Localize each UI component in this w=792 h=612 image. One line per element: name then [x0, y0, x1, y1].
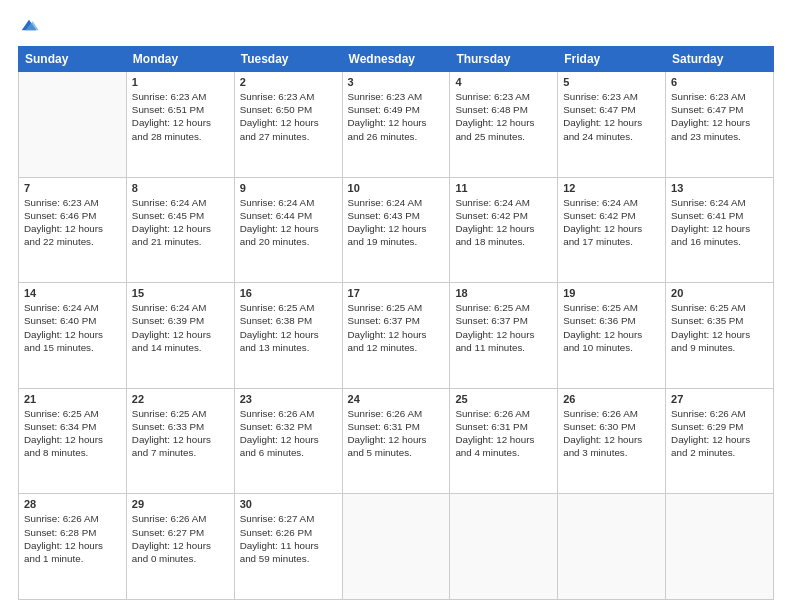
day-number: 26: [563, 393, 660, 405]
calendar-cell: 11Sunrise: 6:24 AMSunset: 6:42 PMDayligh…: [450, 177, 558, 283]
calendar-cell: 12Sunrise: 6:24 AMSunset: 6:42 PMDayligh…: [558, 177, 666, 283]
day-number: 21: [24, 393, 121, 405]
day-info: Sunrise: 6:23 AMSunset: 6:49 PMDaylight:…: [348, 90, 445, 143]
calendar-cell: 16Sunrise: 6:25 AMSunset: 6:38 PMDayligh…: [234, 283, 342, 389]
day-number: 23: [240, 393, 337, 405]
calendar-cell: [666, 494, 774, 600]
day-number: 1: [132, 76, 229, 88]
calendar-cell: 7Sunrise: 6:23 AMSunset: 6:46 PMDaylight…: [19, 177, 127, 283]
day-info: Sunrise: 6:25 AMSunset: 6:35 PMDaylight:…: [671, 301, 768, 354]
calendar-cell: 5Sunrise: 6:23 AMSunset: 6:47 PMDaylight…: [558, 72, 666, 178]
calendar-cell: 23Sunrise: 6:26 AMSunset: 6:32 PMDayligh…: [234, 388, 342, 494]
calendar-cell: 19Sunrise: 6:25 AMSunset: 6:36 PMDayligh…: [558, 283, 666, 389]
day-info: Sunrise: 6:24 AMSunset: 6:42 PMDaylight:…: [563, 196, 660, 249]
day-number: 29: [132, 498, 229, 510]
day-info: Sunrise: 6:23 AMSunset: 6:47 PMDaylight:…: [563, 90, 660, 143]
weekday-header-thursday: Thursday: [450, 47, 558, 72]
calendar-cell: 28Sunrise: 6:26 AMSunset: 6:28 PMDayligh…: [19, 494, 127, 600]
day-info: Sunrise: 6:24 AMSunset: 6:39 PMDaylight:…: [132, 301, 229, 354]
day-info: Sunrise: 6:26 AMSunset: 6:27 PMDaylight:…: [132, 512, 229, 565]
day-info: Sunrise: 6:26 AMSunset: 6:31 PMDaylight:…: [455, 407, 552, 460]
weekday-header-wednesday: Wednesday: [342, 47, 450, 72]
day-number: 13: [671, 182, 768, 194]
day-info: Sunrise: 6:25 AMSunset: 6:37 PMDaylight:…: [348, 301, 445, 354]
day-number: 17: [348, 287, 445, 299]
calendar-cell: 4Sunrise: 6:23 AMSunset: 6:48 PMDaylight…: [450, 72, 558, 178]
day-info: Sunrise: 6:25 AMSunset: 6:33 PMDaylight:…: [132, 407, 229, 460]
calendar-cell: 15Sunrise: 6:24 AMSunset: 6:39 PMDayligh…: [126, 283, 234, 389]
day-number: 10: [348, 182, 445, 194]
day-info: Sunrise: 6:25 AMSunset: 6:37 PMDaylight:…: [455, 301, 552, 354]
calendar-week-row: 28Sunrise: 6:26 AMSunset: 6:28 PMDayligh…: [19, 494, 774, 600]
calendar-cell: 22Sunrise: 6:25 AMSunset: 6:33 PMDayligh…: [126, 388, 234, 494]
calendar-cell: 30Sunrise: 6:27 AMSunset: 6:26 PMDayligh…: [234, 494, 342, 600]
day-number: 14: [24, 287, 121, 299]
calendar-cell: [19, 72, 127, 178]
day-info: Sunrise: 6:23 AMSunset: 6:46 PMDaylight:…: [24, 196, 121, 249]
day-info: Sunrise: 6:23 AMSunset: 6:48 PMDaylight:…: [455, 90, 552, 143]
calendar-week-row: 14Sunrise: 6:24 AMSunset: 6:40 PMDayligh…: [19, 283, 774, 389]
day-number: 5: [563, 76, 660, 88]
calendar-week-row: 21Sunrise: 6:25 AMSunset: 6:34 PMDayligh…: [19, 388, 774, 494]
day-number: 20: [671, 287, 768, 299]
calendar-cell: [558, 494, 666, 600]
calendar-cell: 13Sunrise: 6:24 AMSunset: 6:41 PMDayligh…: [666, 177, 774, 283]
weekday-header-saturday: Saturday: [666, 47, 774, 72]
calendar-cell: 18Sunrise: 6:25 AMSunset: 6:37 PMDayligh…: [450, 283, 558, 389]
calendar-cell: 20Sunrise: 6:25 AMSunset: 6:35 PMDayligh…: [666, 283, 774, 389]
calendar-cell: 10Sunrise: 6:24 AMSunset: 6:43 PMDayligh…: [342, 177, 450, 283]
weekday-header-tuesday: Tuesday: [234, 47, 342, 72]
day-info: Sunrise: 6:26 AMSunset: 6:30 PMDaylight:…: [563, 407, 660, 460]
day-number: 11: [455, 182, 552, 194]
day-number: 8: [132, 182, 229, 194]
day-info: Sunrise: 6:24 AMSunset: 6:44 PMDaylight:…: [240, 196, 337, 249]
day-info: Sunrise: 6:24 AMSunset: 6:40 PMDaylight:…: [24, 301, 121, 354]
page: SundayMondayTuesdayWednesdayThursdayFrid…: [0, 0, 792, 612]
weekday-header-monday: Monday: [126, 47, 234, 72]
logo-icon: [18, 14, 40, 36]
day-number: 3: [348, 76, 445, 88]
calendar-cell: 26Sunrise: 6:26 AMSunset: 6:30 PMDayligh…: [558, 388, 666, 494]
day-number: 22: [132, 393, 229, 405]
day-info: Sunrise: 6:24 AMSunset: 6:42 PMDaylight:…: [455, 196, 552, 249]
calendar-cell: 21Sunrise: 6:25 AMSunset: 6:34 PMDayligh…: [19, 388, 127, 494]
calendar-cell: 24Sunrise: 6:26 AMSunset: 6:31 PMDayligh…: [342, 388, 450, 494]
calendar-cell: 8Sunrise: 6:24 AMSunset: 6:45 PMDaylight…: [126, 177, 234, 283]
day-number: 4: [455, 76, 552, 88]
calendar-cell: 1Sunrise: 6:23 AMSunset: 6:51 PMDaylight…: [126, 72, 234, 178]
calendar-cell: 17Sunrise: 6:25 AMSunset: 6:37 PMDayligh…: [342, 283, 450, 389]
day-info: Sunrise: 6:25 AMSunset: 6:34 PMDaylight:…: [24, 407, 121, 460]
day-number: 12: [563, 182, 660, 194]
day-number: 18: [455, 287, 552, 299]
calendar-cell: 25Sunrise: 6:26 AMSunset: 6:31 PMDayligh…: [450, 388, 558, 494]
day-info: Sunrise: 6:26 AMSunset: 6:29 PMDaylight:…: [671, 407, 768, 460]
calendar-week-row: 7Sunrise: 6:23 AMSunset: 6:46 PMDaylight…: [19, 177, 774, 283]
day-info: Sunrise: 6:25 AMSunset: 6:36 PMDaylight:…: [563, 301, 660, 354]
logo: [18, 16, 42, 36]
day-number: 25: [455, 393, 552, 405]
calendar-cell: [342, 494, 450, 600]
calendar-cell: 2Sunrise: 6:23 AMSunset: 6:50 PMDaylight…: [234, 72, 342, 178]
weekday-header-row: SundayMondayTuesdayWednesdayThursdayFrid…: [19, 47, 774, 72]
day-info: Sunrise: 6:23 AMSunset: 6:47 PMDaylight:…: [671, 90, 768, 143]
day-info: Sunrise: 6:25 AMSunset: 6:38 PMDaylight:…: [240, 301, 337, 354]
day-info: Sunrise: 6:26 AMSunset: 6:28 PMDaylight:…: [24, 512, 121, 565]
day-number: 9: [240, 182, 337, 194]
day-number: 24: [348, 393, 445, 405]
day-info: Sunrise: 6:24 AMSunset: 6:41 PMDaylight:…: [671, 196, 768, 249]
header: [18, 16, 774, 36]
day-number: 2: [240, 76, 337, 88]
calendar-cell: 9Sunrise: 6:24 AMSunset: 6:44 PMDaylight…: [234, 177, 342, 283]
day-number: 28: [24, 498, 121, 510]
calendar-cell: [450, 494, 558, 600]
day-number: 30: [240, 498, 337, 510]
day-info: Sunrise: 6:23 AMSunset: 6:50 PMDaylight:…: [240, 90, 337, 143]
calendar-cell: 3Sunrise: 6:23 AMSunset: 6:49 PMDaylight…: [342, 72, 450, 178]
day-number: 15: [132, 287, 229, 299]
day-number: 6: [671, 76, 768, 88]
day-info: Sunrise: 6:23 AMSunset: 6:51 PMDaylight:…: [132, 90, 229, 143]
calendar-table: SundayMondayTuesdayWednesdayThursdayFrid…: [18, 46, 774, 600]
calendar-cell: 29Sunrise: 6:26 AMSunset: 6:27 PMDayligh…: [126, 494, 234, 600]
day-info: Sunrise: 6:26 AMSunset: 6:31 PMDaylight:…: [348, 407, 445, 460]
weekday-header-sunday: Sunday: [19, 47, 127, 72]
